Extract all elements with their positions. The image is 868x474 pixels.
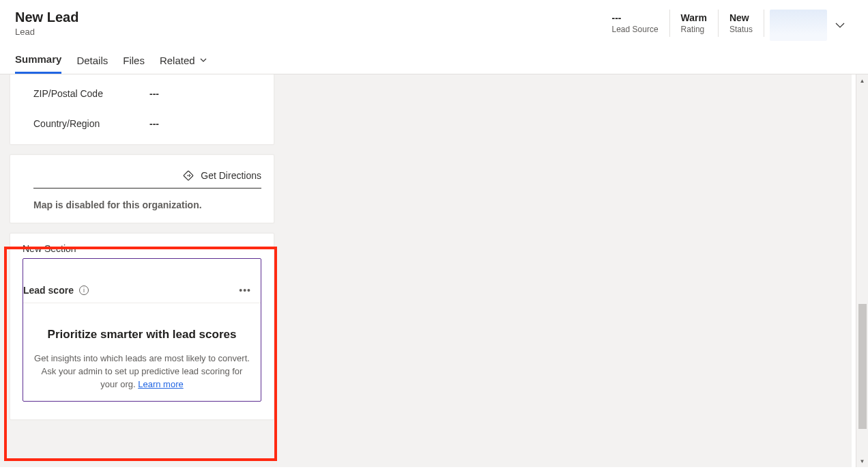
new-section-card: New Section Lead score i ••• Prioritize … xyxy=(10,233,274,420)
lead-score-body-title: Prioritize smarter with lead scores xyxy=(33,328,251,341)
more-options-button[interactable]: ••• xyxy=(239,285,251,296)
meta-status[interactable]: New Status xyxy=(719,10,764,37)
meta-rating[interactable]: Warm Rating xyxy=(670,10,719,37)
zip-row[interactable]: ZIP/Postal Code --- xyxy=(10,79,274,109)
tab-related[interactable]: Related xyxy=(160,55,207,73)
entity-name: Lead xyxy=(15,27,78,37)
tab-details[interactable]: Details xyxy=(76,55,108,73)
record-tabs: Summary Details Files Related xyxy=(0,41,868,74)
scroll-down-button[interactable]: ▼ xyxy=(856,455,869,467)
lead-score-header: Lead score i ••• xyxy=(23,259,261,303)
meta-value: Warm xyxy=(681,12,707,23)
meta-value: --- xyxy=(612,12,659,23)
lead-score-body-desc: Get insights into which leads are most l… xyxy=(33,352,251,391)
section-title: New Section xyxy=(23,243,261,254)
directions-icon xyxy=(183,170,194,181)
chevron-down-icon xyxy=(835,20,845,31)
record-header: New Lead Lead --- Lead Source Warm Ratin… xyxy=(0,0,868,41)
get-directions-button[interactable]: Get Directions xyxy=(33,170,261,189)
lead-score-widget: Lead score i ••• Prioritize smarter with… xyxy=(23,258,261,402)
page-title: New Lead xyxy=(15,10,78,25)
meta-value: New xyxy=(729,12,753,23)
meta-label: Rating xyxy=(681,25,707,34)
lead-score-label: Lead score xyxy=(23,285,74,296)
country-row[interactable]: Country/Region --- xyxy=(10,109,274,144)
header-meta: --- Lead Source Warm Rating New Status xyxy=(601,10,853,41)
learn-more-link[interactable]: Learn more xyxy=(138,379,183,389)
map-disabled-message: Map is disabled for this organization. xyxy=(33,199,261,210)
scroll-thumb[interactable] xyxy=(858,304,867,429)
address-card: ZIP/Postal Code --- Country/Region --- xyxy=(10,74,274,145)
lead-score-label-group: Lead score i xyxy=(23,285,89,296)
meta-lead-source[interactable]: --- Lead Source xyxy=(601,10,670,37)
chevron-down-icon xyxy=(199,56,207,64)
expand-header-button[interactable] xyxy=(827,10,853,41)
left-column: ZIP/Postal Code --- Country/Region --- G… xyxy=(10,74,274,420)
zip-value: --- xyxy=(149,88,159,99)
main-column: ZIP/Postal Code --- Country/Region --- G… xyxy=(0,74,852,467)
meta-label: Status xyxy=(729,25,753,34)
tab-summary[interactable]: Summary xyxy=(15,53,61,74)
tab-files[interactable]: Files xyxy=(123,55,145,73)
meta-label: Lead Source xyxy=(612,25,659,34)
directions-label: Get Directions xyxy=(201,170,261,181)
lead-score-body: Prioritize smarter with lead scores Get … xyxy=(23,303,261,401)
map-card: Get Directions Map is disabled for this … xyxy=(10,154,274,223)
scroll-up-button[interactable]: ▲ xyxy=(856,74,869,87)
zip-label: ZIP/Postal Code xyxy=(33,88,149,99)
scroll-track[interactable] xyxy=(856,87,868,455)
country-value: --- xyxy=(149,118,159,129)
content-area: ZIP/Postal Code --- Country/Region --- G… xyxy=(0,74,868,467)
tab-related-label: Related xyxy=(160,55,195,66)
header-title-block: New Lead Lead xyxy=(15,10,78,37)
info-icon[interactable]: i xyxy=(79,285,89,295)
country-label: Country/Region xyxy=(33,118,149,129)
vertical-scrollbar[interactable]: ▲ ▼ xyxy=(856,74,868,467)
image-placeholder[interactable] xyxy=(770,10,827,41)
